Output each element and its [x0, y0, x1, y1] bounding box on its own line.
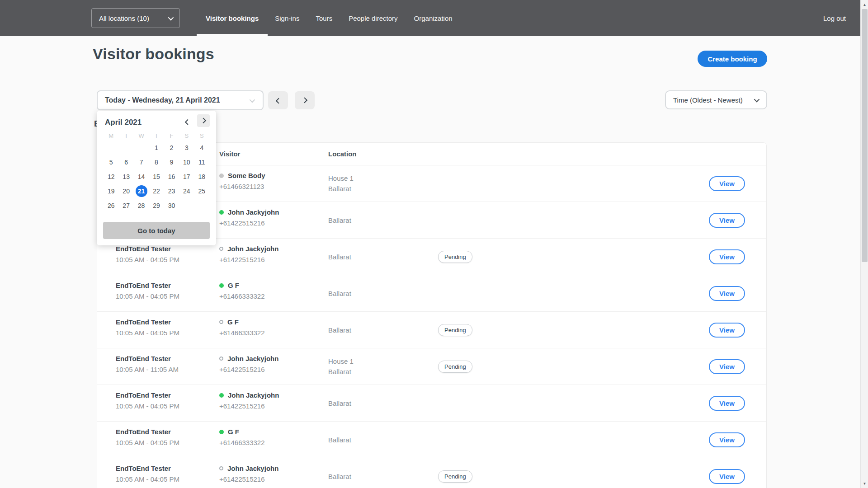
scrollbar[interactable]: ▲ ▼ — [860, 0, 868, 488]
visitor-phone: +61422515216 — [219, 219, 279, 227]
previous-day-button[interactable] — [268, 91, 288, 109]
location-line: Ballarat — [328, 368, 354, 375]
calendar-day[interactable]: 5 — [104, 155, 118, 169]
calendar-day[interactable]: 18 — [194, 169, 209, 184]
visitor-cell: G F+61466333322 — [219, 282, 265, 300]
calendar-day[interactable]: 17 — [179, 169, 194, 184]
nav-tab-tours[interactable]: Tours — [315, 0, 333, 36]
calendar-day[interactable]: 25 — [194, 184, 209, 198]
calendar-day[interactable]: 1 — [149, 141, 164, 155]
location-cell: House 1Ballarat — [328, 165, 354, 202]
scrollbar-thumb[interactable] — [862, 9, 868, 262]
status-dot-hollow-icon — [219, 357, 223, 361]
location-selector-value: All locations (10) — [99, 14, 164, 22]
calendar-next-month-button[interactable] — [197, 114, 210, 127]
view-button[interactable]: View — [709, 213, 745, 228]
location-line: Ballarat — [328, 290, 351, 297]
calendar-day[interactable]: 20 — [118, 184, 133, 198]
visitor-name: John Jackyjohn — [228, 208, 279, 216]
calendar-day[interactable]: 3 — [179, 141, 194, 155]
location-cell: Ballarat — [328, 312, 351, 348]
location-selector[interactable]: All locations (10) — [91, 8, 180, 28]
chevron-down-icon — [754, 96, 760, 102]
nav-tab-people-directory[interactable]: People directory — [348, 0, 398, 36]
booking-name: EndToEnd Tester — [116, 428, 179, 436]
booking-name-cell: EndToEnd Tester10:05 AM - 04:05 PM — [116, 282, 179, 300]
view-button[interactable]: View — [709, 469, 745, 484]
nav-tab-organization[interactable]: Organization — [413, 0, 453, 36]
calendar-day[interactable]: 15 — [149, 169, 164, 184]
sort-selector[interactable]: Time (Oldest - Newest) — [665, 90, 767, 109]
nav-tab-visitor-bookings[interactable]: Visitor bookings — [205, 0, 259, 36]
view-button[interactable]: View — [709, 432, 745, 447]
calendar-day[interactable]: 9 — [164, 155, 179, 169]
calendar-weekday-label: M — [104, 131, 118, 141]
view-button[interactable]: View — [709, 359, 745, 374]
status-dot-hollow-icon — [219, 466, 223, 470]
calendar-weekday-label: S — [194, 131, 209, 141]
sort-selector-value: Time (Oldest - Newest) — [673, 96, 754, 104]
table-row: EndToEnd Tester10:05 AM - 04:05 PMJohn J… — [97, 385, 766, 422]
calendar-day[interactable]: 16 — [164, 169, 179, 184]
view-button[interactable]: View — [709, 176, 745, 191]
location-line: Ballarat — [328, 326, 351, 334]
location-line: House 1 — [328, 357, 354, 365]
calendar-day[interactable]: 21 — [134, 184, 149, 198]
view-button[interactable]: View — [709, 396, 745, 411]
visitor-name: G F — [227, 318, 239, 326]
go-to-today-button[interactable]: Go to today — [103, 222, 210, 239]
calendar-day[interactable]: 24 — [179, 184, 194, 198]
logout-link[interactable]: Log out — [823, 0, 846, 36]
view-button[interactable]: View — [709, 249, 745, 264]
calendar-day[interactable]: 30 — [164, 198, 179, 213]
nav-tab-sign-ins[interactable]: Sign-ins — [274, 0, 300, 36]
view-button[interactable]: View — [709, 286, 745, 301]
calendar-header: April 2021 — [97, 111, 216, 131]
booking-name-cell: EndToEnd Tester10:05 AM - 04:05 PM — [116, 391, 179, 410]
scroll-down-arrow-icon[interactable]: ▼ — [861, 480, 868, 487]
calendar-prev-month-button[interactable] — [182, 116, 193, 127]
calendar-day[interactable]: 26 — [104, 198, 118, 213]
location-line: Ballarat — [328, 185, 354, 192]
visitor-phone: +61466333322 — [219, 329, 265, 337]
create-booking-button[interactable]: Create booking — [698, 51, 767, 67]
calendar-day[interactable]: 11 — [194, 155, 209, 169]
booking-name: EndToEnd Tester — [116, 391, 179, 399]
calendar-day[interactable]: 12 — [104, 169, 118, 184]
visitor-phone: +61422515216 — [219, 256, 278, 263]
booking-name: EndToEnd Tester — [116, 465, 179, 472]
scroll-up-arrow-icon[interactable]: ▲ — [861, 1, 868, 8]
location-cell: Ballarat — [328, 275, 351, 311]
chevron-down-icon — [168, 14, 174, 20]
status-badge: Pending — [438, 324, 472, 336]
booking-name-cell: EndToEnd Tester10:05 AM - 04:05 PM — [116, 465, 179, 483]
calendar-day[interactable]: 23 — [164, 184, 179, 198]
visitor-name: Some Body — [228, 172, 265, 179]
calendar-day[interactable]: 19 — [104, 184, 118, 198]
calendar-day[interactable]: 13 — [118, 169, 133, 184]
view-button[interactable]: View — [709, 323, 745, 338]
next-day-button[interactable] — [295, 91, 315, 109]
location-cell: Ballarat — [328, 458, 351, 488]
calendar-day[interactable]: 10 — [179, 155, 194, 169]
calendar-day[interactable]: 29 — [149, 198, 164, 213]
status-dot-gray-icon — [219, 174, 224, 178]
calendar-day[interactable]: 14 — [134, 169, 149, 184]
calendar-day[interactable]: 4 — [194, 141, 209, 155]
visitor-phone: +61422515216 — [219, 402, 279, 410]
chevron-left-icon — [184, 119, 190, 125]
calendar-day[interactable]: 2 — [164, 141, 179, 155]
calendar-day[interactable]: 6 — [118, 155, 133, 169]
chevron-right-icon — [200, 117, 206, 123]
calendar-day[interactable]: 27 — [118, 198, 133, 213]
date-selector[interactable]: Today - Wednesday, 21 April 2021 — [97, 90, 264, 110]
calendar-day[interactable]: 28 — [134, 198, 149, 213]
visitor-name-line: John Jackyjohn — [219, 355, 278, 362]
calendar-day[interactable]: 7 — [134, 155, 149, 169]
visitor-name: John Jackyjohn — [227, 465, 278, 472]
calendar-day[interactable]: 8 — [149, 155, 164, 169]
calendar-day[interactable]: 22 — [149, 184, 164, 198]
booking-name-cell: EndToEnd Tester10:05 AM - 04:05 PM — [116, 428, 179, 446]
calendar-grid: 1234567891011121314151617181920212223242… — [104, 141, 209, 213]
main-nav: Visitor bookingsSign-insToursPeople dire… — [205, 0, 453, 36]
